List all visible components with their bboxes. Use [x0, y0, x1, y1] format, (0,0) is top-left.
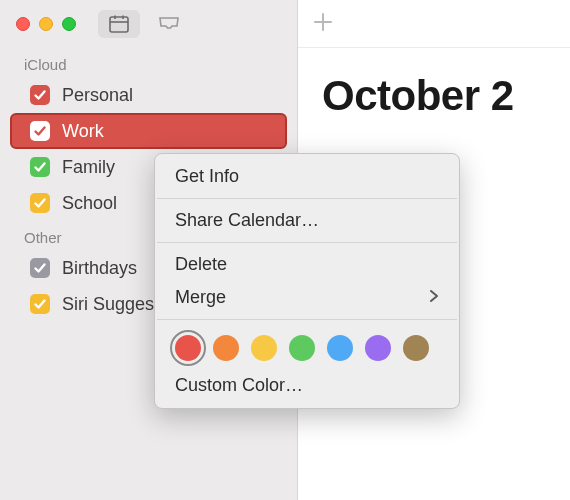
menu-get-info[interactable]: Get Info: [155, 160, 459, 193]
add-event-button[interactable]: [312, 11, 334, 37]
color-swatch[interactable]: [251, 335, 277, 361]
calendar-icon: [109, 15, 129, 33]
menu-separator: [157, 198, 457, 199]
month-title: October 2: [298, 48, 570, 120]
menu-label: Share Calendar…: [175, 210, 319, 231]
close-window-button[interactable]: [16, 17, 30, 31]
color-swatch[interactable]: [175, 335, 201, 361]
calendar-label: Personal: [62, 85, 133, 106]
tray-icon: [158, 16, 180, 32]
calendar-item[interactable]: Work: [10, 113, 287, 149]
menu-share-calendar[interactable]: Share Calendar…: [155, 204, 459, 237]
sidebar-section-header: iCloud: [0, 48, 297, 77]
calendar-label: Birthdays: [62, 258, 137, 279]
calendar-label: School: [62, 193, 117, 214]
fullscreen-window-button[interactable]: [62, 17, 76, 31]
color-swatch[interactable]: [289, 335, 315, 361]
calendar-checkbox[interactable]: [30, 294, 50, 314]
color-swatch[interactable]: [365, 335, 391, 361]
calendar-item[interactable]: Personal: [10, 77, 287, 113]
color-swatch[interactable]: [327, 335, 353, 361]
menu-separator: [157, 242, 457, 243]
calendar-checkbox[interactable]: [30, 85, 50, 105]
menu-label: Custom Color…: [175, 375, 303, 396]
calendar-checkbox[interactable]: [30, 157, 50, 177]
calendars-toggle-button[interactable]: [98, 10, 140, 38]
menu-delete[interactable]: Delete: [155, 248, 459, 281]
titlebar: [0, 0, 297, 48]
color-swatch[interactable]: [213, 335, 239, 361]
plus-icon: [312, 11, 334, 33]
calendar-checkbox[interactable]: [30, 258, 50, 278]
menu-label: Delete: [175, 254, 227, 275]
inbox-button[interactable]: [148, 10, 190, 38]
menu-label: Merge: [175, 287, 226, 308]
main-toolbar: [298, 0, 570, 48]
calendar-label: Family: [62, 157, 115, 178]
calendar-label: Work: [62, 121, 104, 142]
chevron-right-icon: [429, 287, 439, 308]
svg-rect-0: [110, 17, 128, 32]
calendar-checkbox[interactable]: [30, 193, 50, 213]
menu-separator: [157, 319, 457, 320]
calendar-context-menu: Get Info Share Calendar… Delete Merge Cu…: [154, 153, 460, 409]
color-swatch-row: [155, 325, 459, 369]
calendar-checkbox[interactable]: [30, 121, 50, 141]
color-swatch[interactable]: [403, 335, 429, 361]
menu-merge[interactable]: Merge: [155, 281, 459, 314]
menu-label: Get Info: [175, 166, 239, 187]
menu-custom-color[interactable]: Custom Color…: [155, 369, 459, 402]
minimize-window-button[interactable]: [39, 17, 53, 31]
window-controls: [16, 17, 76, 31]
